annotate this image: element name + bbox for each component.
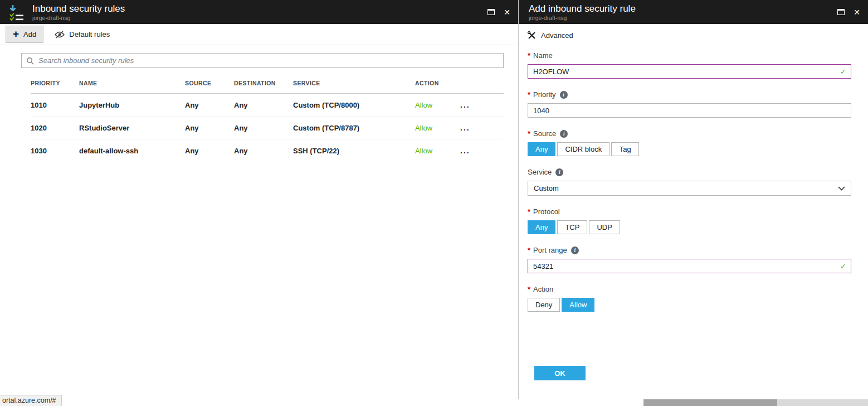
valid-check-icon: ✓	[840, 262, 846, 270]
cell-source: Any	[185, 147, 234, 155]
left-blade-titles: Inbound security rules jorge-draft-nsg	[31, 3, 487, 21]
cell-action: Allow	[415, 101, 457, 109]
search-input[interactable]	[38, 54, 499, 67]
plus-icon: +	[13, 28, 19, 39]
cell-destination: Any	[234, 124, 293, 132]
left-blade-toolbar: + Add Default rules	[0, 24, 518, 45]
maximize-icon[interactable]	[837, 9, 845, 15]
col-service: SERVICE	[293, 80, 415, 86]
cell-service: Custom (TCP/8787)	[293, 124, 415, 132]
protocol-label: * Protocol	[528, 207, 851, 216]
required-asterisk: *	[528, 51, 530, 60]
field-priority: * Priority i	[528, 90, 851, 118]
left-blade-subtitle: jorge-draft-nsg	[32, 14, 487, 21]
browser-status-url: ortal.azure.com/#	[0, 395, 62, 406]
network-security-group-icon	[8, 3, 26, 21]
chevron-down-icon	[838, 186, 845, 191]
ok-button[interactable]: OK	[534, 366, 586, 380]
default-rules-button[interactable]: Default rules	[48, 24, 116, 45]
table-header: PRIORITY NAME SOURCE DESTINATION SERVICE…	[31, 68, 504, 94]
required-asterisk: *	[528, 246, 530, 254]
priority-label: * Priority i	[528, 90, 851, 99]
maximize-icon[interactable]	[487, 9, 495, 15]
cell-source: Any	[185, 124, 234, 132]
right-blade-titles: Add inbound security rule jorge-draft-ns…	[526, 3, 837, 21]
source-toggle-group: Any CIDR block Tag	[528, 142, 851, 156]
required-asterisk: *	[528, 285, 530, 293]
field-service: Service i Custom	[528, 168, 851, 196]
field-source: * Source i Any CIDR block Tag	[528, 129, 851, 156]
left-blade-window-controls: ✕	[487, 8, 510, 16]
right-blade-header: Add inbound security rule jorge-draft-ns…	[519, 0, 868, 24]
col-action: ACTION	[415, 80, 457, 86]
row-menu-button[interactable]: ...	[457, 146, 470, 155]
protocol-any-button[interactable]: Any	[528, 220, 555, 234]
add-inbound-rule-blade: Add inbound security rule jorge-draft-ns…	[519, 0, 868, 399]
scrollbar-thumb[interactable]	[643, 399, 777, 406]
search-box	[21, 53, 504, 68]
col-name: NAME	[79, 80, 185, 86]
source-label: * Source i	[528, 129, 851, 138]
required-asterisk: *	[528, 90, 530, 99]
inbound-security-rules-blade: Inbound security rules jorge-draft-nsg ✕…	[0, 0, 519, 399]
cell-source: Any	[185, 101, 234, 109]
info-icon[interactable]: i	[555, 168, 563, 176]
table-row[interactable]: 1030 default-allow-ssh Any Any SSH (TCP/…	[31, 139, 504, 162]
row-menu-button[interactable]: ...	[457, 123, 470, 132]
cell-destination: Any	[234, 147, 293, 155]
port-range-label: * Port range i	[528, 246, 851, 254]
add-button[interactable]: + Add	[6, 26, 43, 43]
required-asterisk: *	[528, 129, 530, 138]
close-icon[interactable]: ✕	[504, 8, 510, 16]
info-icon[interactable]: i	[560, 130, 568, 138]
service-label: Service i	[528, 168, 851, 176]
service-select[interactable]: Custom	[528, 181, 851, 196]
valid-check-icon: ✓	[840, 67, 846, 76]
table-row[interactable]: 1020 RStudioServer Any Any Custom (TCP/8…	[31, 117, 504, 139]
priority-input[interactable]	[528, 103, 851, 118]
right-blade-title: Add inbound security rule	[529, 3, 837, 14]
advanced-button[interactable]: Advanced	[528, 31, 573, 40]
cell-name: JupyterHub	[79, 101, 185, 109]
action-toggle-group: Deny Allow	[528, 298, 851, 312]
source-cidr-block-button[interactable]: CIDR block	[557, 142, 609, 156]
table-row[interactable]: 1010 JupyterHub Any Any Custom (TCP/8000…	[31, 94, 504, 117]
cell-priority: 1030	[31, 147, 79, 155]
action-label: * Action	[528, 285, 851, 293]
row-menu-button[interactable]: ...	[457, 100, 470, 109]
protocol-tcp-button[interactable]: TCP	[557, 220, 587, 234]
cell-name: default-allow-ssh	[79, 147, 185, 155]
cell-service: Custom (TCP/8000)	[293, 101, 415, 109]
right-blade-window-controls: ✕	[837, 8, 860, 16]
required-asterisk: *	[528, 207, 530, 216]
protocol-toggle-group: Any TCP UDP	[528, 220, 851, 234]
name-label: * Name	[528, 51, 851, 60]
info-icon[interactable]: i	[560, 91, 568, 99]
cell-service: SSH (TCP/22)	[293, 147, 415, 155]
left-blade-header: Inbound security rules jorge-draft-nsg ✕	[0, 0, 518, 24]
cell-destination: Any	[234, 101, 293, 109]
cell-action: Allow	[415, 147, 457, 155]
action-deny-button[interactable]: Deny	[528, 298, 560, 312]
cell-priority: 1020	[31, 124, 79, 132]
source-tag-button[interactable]: Tag	[611, 142, 639, 156]
field-name: * Name ✓	[528, 51, 851, 79]
col-priority: PRIORITY	[31, 80, 79, 86]
action-allow-button[interactable]: Allow	[562, 298, 594, 312]
info-icon[interactable]: i	[571, 246, 579, 254]
field-protocol: * Protocol Any TCP UDP	[528, 207, 851, 234]
cell-action: Allow	[415, 124, 457, 132]
col-destination: DESTINATION	[234, 80, 293, 86]
col-source: SOURCE	[185, 80, 234, 86]
cell-name: RStudioServer	[79, 124, 185, 132]
default-rules-label: Default rules	[69, 30, 110, 38]
left-blade-title: Inbound security rules	[32, 3, 487, 14]
port-range-input[interactable]	[528, 259, 851, 273]
name-input[interactable]	[528, 64, 851, 79]
horizontal-scrollbar[interactable]	[643, 399, 868, 406]
protocol-udp-button[interactable]: UDP	[589, 220, 620, 234]
add-button-label: Add	[23, 30, 36, 38]
source-any-button[interactable]: Any	[528, 142, 555, 156]
search-icon	[26, 57, 34, 65]
close-icon[interactable]: ✕	[854, 8, 860, 16]
